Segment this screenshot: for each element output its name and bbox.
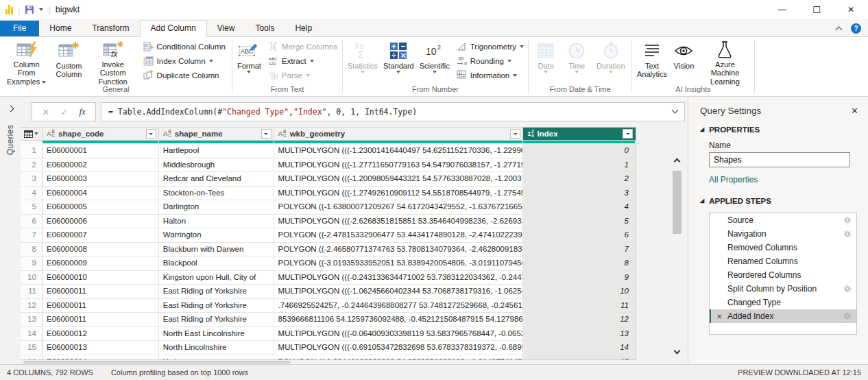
cell-index[interactable]: 8 xyxy=(523,257,636,271)
applied-step-renamed-columns[interactable]: Renamed Columns xyxy=(710,254,856,268)
cancel-icon[interactable]: ✕ xyxy=(42,107,49,117)
applied-step-removed-columns[interactable]: Removed Columns xyxy=(710,241,856,254)
merge-columns-button[interactable]: Merge Columns xyxy=(266,40,339,54)
tab-file[interactable]: File xyxy=(0,21,39,36)
cell-wkb-geometry[interactable]: MULTIPOLYGON (((-0.064009303398119 53.58… xyxy=(274,327,524,342)
step-settings-gear-icon[interactable] xyxy=(843,216,852,224)
cell-wkb-geometry[interactable]: MULTIPOLYGON (((-2.6268351815851 53.3546… xyxy=(274,215,524,229)
statistics-button[interactable]: X̄σΣ Statistics xyxy=(346,39,380,83)
time-button[interactable]: Time xyxy=(562,39,592,83)
vertical-scrollbar[interactable] xyxy=(671,153,683,359)
cell-index[interactable]: 15 xyxy=(523,355,636,361)
scrollbar-thumb[interactable] xyxy=(673,171,682,234)
step-settings-gear-icon[interactable] xyxy=(843,285,852,293)
cell-wkb-geometry[interactable]: POLYGON ((-1.03446198909363 54.053935693… xyxy=(274,355,524,361)
step-settings-gear-icon[interactable] xyxy=(843,312,852,320)
query-name-input[interactable] xyxy=(709,152,850,167)
status-profiling[interactable]: Column profiling based on top 1000 rows xyxy=(111,368,248,377)
applied-step-reordered-columns[interactable]: Reordered Columns xyxy=(710,268,856,282)
cell-shape-name[interactable]: York xyxy=(159,355,274,361)
save-dropdown-icon[interactable] xyxy=(39,8,43,11)
step-settings-gear-icon[interactable] xyxy=(843,230,852,238)
all-properties-link[interactable]: All Properties xyxy=(709,175,868,185)
vision-button[interactable]: Vision xyxy=(671,39,697,83)
index-column-button[interactable]: 123 Index Column xyxy=(141,55,228,68)
close-pane-icon[interactable]: ✕ xyxy=(851,106,858,116)
cell-index[interactable]: 3 xyxy=(523,187,636,201)
cell-shape-name[interactable]: Hartlepool xyxy=(159,144,274,158)
cell-shape-code[interactable]: E06000005 xyxy=(43,200,159,215)
cell-shape-code[interactable]: E06000008 xyxy=(43,243,159,257)
expand-queries-icon[interactable] xyxy=(7,106,14,112)
cell-index[interactable]: 0 xyxy=(523,144,636,158)
cell-shape-code[interactable]: E06000010 xyxy=(43,271,159,285)
cell-index[interactable]: 7 xyxy=(523,243,636,257)
minimize-button[interactable]: — xyxy=(777,5,787,14)
save-icon[interactable] xyxy=(25,5,34,14)
cell-index[interactable]: 11 xyxy=(523,299,636,313)
cell-shape-code[interactable]: E06000001 xyxy=(43,144,159,158)
scrollbar-thumb[interactable] xyxy=(23,361,291,364)
confirm-icon[interactable]: ✓ xyxy=(60,107,68,117)
scroll-down-icon[interactable] xyxy=(674,348,681,355)
cell-index[interactable]: 5 xyxy=(523,215,636,229)
fx-icon[interactable]: fx xyxy=(79,106,85,117)
column-header-shape-name[interactable]: ABC shape_name xyxy=(159,128,274,141)
cell-shape-name[interactable]: Stockton-on-Tees xyxy=(159,187,274,201)
cell-shape-name[interactable]: North East Lincolnshire xyxy=(159,327,274,342)
cell-wkb-geometry[interactable]: .7466925524257, -0.244643968808277 53.74… xyxy=(274,299,524,313)
cell-shape-code[interactable]: E06000011 xyxy=(43,299,159,313)
format-button[interactable]: ABC Format xyxy=(235,39,263,83)
cell-index[interactable]: 13 xyxy=(523,327,636,342)
cell-wkb-geometry[interactable]: MULTIPOLYGON (((-1.27711650779163 54.547… xyxy=(274,158,524,173)
formula-input[interactable]: = Table.AddIndexColumn(#"Changed Type", … xyxy=(101,102,685,121)
date-button[interactable]: Date xyxy=(531,39,561,83)
azure-machine-learning-button[interactable]: Azure Machine Learning xyxy=(699,39,751,83)
horizontal-scrollbar[interactable] xyxy=(21,360,688,364)
trigonometry-button[interactable]: Trigonometry xyxy=(455,40,526,54)
cell-wkb-geometry[interactable]: MULTIPOLYGON (((-0.691053472832698 53.67… xyxy=(274,341,524,355)
tab-help[interactable]: Help xyxy=(285,21,322,36)
tab-transform[interactable]: Transform xyxy=(82,21,139,36)
cell-wkb-geometry[interactable]: MULTIPOLYGON (((-1.27492610909112 54.551… xyxy=(274,187,524,201)
cell-wkb-geometry[interactable]: MULTIPOLYGON (((-1.20098059443321 54.577… xyxy=(274,172,524,187)
conditional-column-button[interactable]: ≠ Conditional Column xyxy=(141,40,228,54)
cell-wkb-geometry[interactable]: POLYGON ((-2.46580771374763 53.780813407… xyxy=(274,243,524,257)
cell-index[interactable]: 4 xyxy=(523,200,636,215)
cell-shape-code[interactable]: E06000003 xyxy=(43,172,159,187)
filter-dropdown-button[interactable] xyxy=(510,129,520,139)
cell-wkb-geometry[interactable]: POLYGON ((-1.63800071209267 54.617204342… xyxy=(274,200,524,215)
properties-section-header[interactable]: ◢ PROPERTIES xyxy=(688,123,868,136)
cell-shape-name[interactable]: East Riding of Yorkshire xyxy=(159,313,274,327)
column-header-shape-code[interactable]: ABC shape_code xyxy=(43,128,159,141)
cell-shape-name[interactable]: Middlesbrough xyxy=(159,158,274,173)
cell-shape-code[interactable]: E06000011 xyxy=(43,313,159,327)
cell-shape-name[interactable]: East Riding of Yorkshire xyxy=(159,285,274,299)
cell-index[interactable]: 10 xyxy=(523,285,636,299)
cell-wkb-geometry[interactable]: 8539666811106 54.1259736092488, -0.45212… xyxy=(274,313,524,327)
duration-button[interactable]: Duration xyxy=(593,39,629,83)
cell-index[interactable]: 6 xyxy=(523,228,636,243)
applied-step-navigation[interactable]: Navigation xyxy=(710,227,856,241)
scroll-up-icon[interactable] xyxy=(674,158,681,165)
select-all-button[interactable] xyxy=(21,128,43,141)
maximize-button[interactable]: ☐ xyxy=(812,5,821,15)
cell-shape-name[interactable]: Kingston upon Hull, City of xyxy=(159,271,274,285)
rounding-button[interactable]: .00.0 Rounding xyxy=(455,55,526,68)
cell-shape-code[interactable]: E06000013 xyxy=(43,341,159,355)
scientific-button[interactable]: 102 Scientific xyxy=(418,39,452,83)
cell-shape-name[interactable]: Redcar and Cleveland xyxy=(159,172,274,187)
cell-wkb-geometry[interactable]: MULTIPOLYGON (((-1.06245660402344 53.706… xyxy=(274,285,524,299)
cell-shape-name[interactable]: Halton xyxy=(159,215,274,229)
cell-index[interactable]: 2 xyxy=(523,172,636,187)
applied-steps-section-header[interactable]: ◢ APPLIED STEPS xyxy=(688,194,868,208)
applied-step-source[interactable]: Source xyxy=(710,213,856,227)
cell-wkb-geometry[interactable]: MULTIPOLYGON (((-1.23001416440497 54.625… xyxy=(274,144,524,158)
cell-shape-name[interactable]: East Riding of Yorkshire xyxy=(159,299,274,313)
cell-shape-name[interactable]: Darlington xyxy=(159,200,274,215)
cell-wkb-geometry[interactable]: POLYGON ((-3.01935933952051 53.838942005… xyxy=(274,257,524,271)
cell-shape-code[interactable]: E06000007 xyxy=(43,228,159,243)
cell-shape-name[interactable]: Blackburn with Darwen xyxy=(159,243,274,257)
cell-index[interactable]: 9 xyxy=(523,271,636,285)
extract-button[interactable]: ABC123 Extract xyxy=(266,55,339,68)
